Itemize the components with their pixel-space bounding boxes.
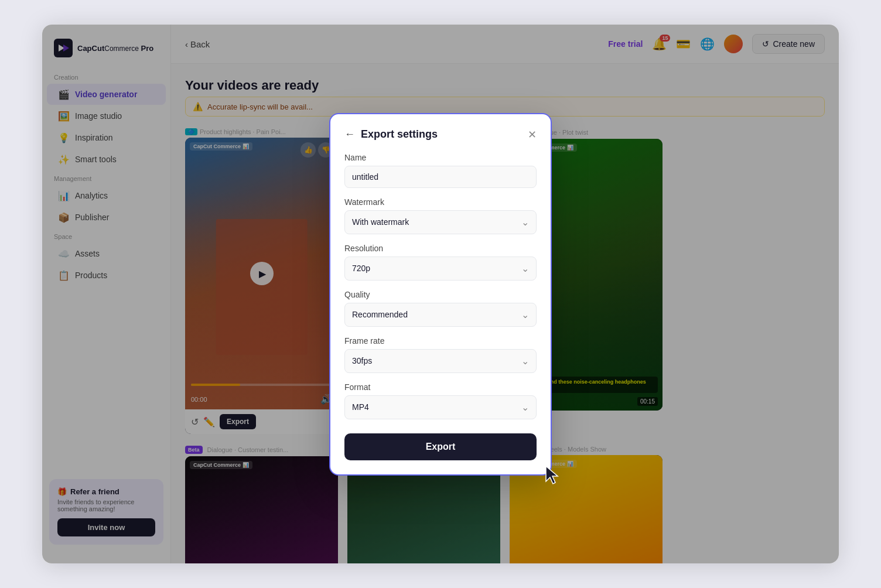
watermark-select[interactable]: With watermark ⌄ (344, 210, 537, 234)
quality-dropdown-icon: ⌄ (521, 309, 529, 320)
name-field: Name (344, 153, 537, 188)
resolution-value: 720p (352, 264, 370, 273)
resolution-dropdown-icon: ⌄ (521, 263, 529, 274)
format-select[interactable]: MP4 ⌄ (344, 395, 537, 419)
quality-select[interactable]: Recommended ⌄ (344, 303, 537, 327)
watermark-dropdown-icon: ⌄ (521, 217, 529, 228)
framerate-value: 30fps (352, 356, 372, 365)
modal-overlay[interactable]: ← Export settings ✕ Name Watermark With … (42, 25, 839, 563)
modal-export-button[interactable]: Export (344, 433, 537, 460)
format-label: Format (344, 382, 537, 392)
format-dropdown-icon: ⌄ (521, 402, 529, 413)
quality-label: Quality (344, 290, 537, 299)
framerate-label: Frame rate (344, 336, 537, 346)
export-settings-modal: ← Export settings ✕ Name Watermark With … (329, 113, 552, 476)
framerate-dropdown-icon: ⌄ (521, 355, 529, 367)
framerate-select[interactable]: 30fps ⌄ (344, 349, 537, 373)
modal-close-button[interactable]: ✕ (528, 128, 537, 141)
modal-header: ← Export settings ✕ (344, 128, 537, 141)
cursor (545, 465, 562, 486)
resolution-field: Resolution 720p ⌄ (344, 244, 537, 281)
name-label: Name (344, 153, 537, 162)
watermark-label: Watermark (344, 197, 537, 207)
resolution-select[interactable]: 720p ⌄ (344, 257, 537, 281)
resolution-label: Resolution (344, 244, 537, 253)
name-input[interactable] (344, 166, 537, 188)
modal-title: Export settings (361, 128, 438, 141)
quality-field: Quality Recommended ⌄ (344, 290, 537, 327)
modal-back-button[interactable]: ← (344, 128, 355, 141)
modal-header-left: ← Export settings (344, 128, 438, 141)
format-field: Format MP4 ⌄ (344, 382, 537, 419)
format-value: MP4 (352, 402, 369, 412)
watermark-field: Watermark With watermark ⌄ (344, 197, 537, 234)
quality-value: Recommended (352, 310, 408, 319)
watermark-value: With watermark (352, 217, 409, 227)
framerate-field: Frame rate 30fps ⌄ (344, 336, 537, 373)
